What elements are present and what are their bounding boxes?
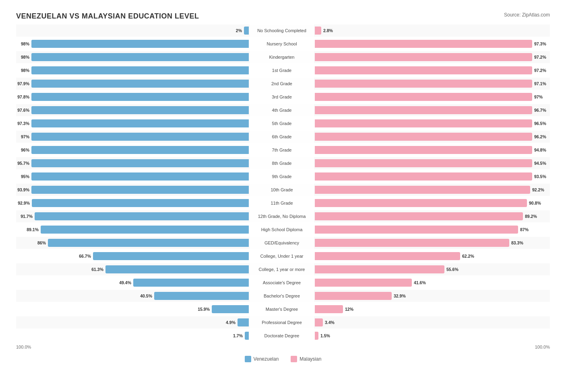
bar-row: 98%Kindergarten97.2% xyxy=(16,51,550,63)
chart-title: VENEZUELAN VS MALAYSIAN EDUCATION LEVEL xyxy=(16,12,199,21)
bar-row: 40.5%Bachelor's Degree32.9% xyxy=(16,290,550,302)
bar-row: 86%GED/Equivalency83.3% xyxy=(16,237,550,249)
bar-row: 96%7th Grade94.8% xyxy=(16,144,550,156)
bar-row: 49.4%Associate's Degree41.6% xyxy=(16,277,550,289)
chart-source: Source: ZipAtlas.com xyxy=(504,12,550,18)
axis-right: 100.0% xyxy=(535,345,550,349)
axis-labels: 100.0% 100.0% xyxy=(16,343,550,351)
bar-row: 89.1%High School Diploma87% xyxy=(16,224,550,236)
chart-container: VENEZUELAN VS MALAYSIAN EDUCATION LEVEL … xyxy=(8,8,558,370)
legend-malaysian-box xyxy=(291,356,297,362)
bar-row: 2%No Schooling Completed2.8% xyxy=(16,25,550,37)
bar-row: 97.3%5th Grade96.5% xyxy=(16,117,550,129)
legend-malaysian: Malaysian xyxy=(291,356,321,362)
bar-row: 61.3%College, 1 year or more55.6% xyxy=(16,263,550,275)
axis-left: 100.0% xyxy=(16,345,31,349)
bar-row: 97%6th Grade96.2% xyxy=(16,131,550,143)
legend-venezuelan-label: Venezuelan xyxy=(254,356,279,362)
legend-venezuelan: Venezuelan xyxy=(245,356,279,362)
bar-row: 98%Nursery School97.3% xyxy=(16,38,550,50)
bar-row: 93.9%10th Grade92.2% xyxy=(16,184,550,196)
bar-row: 95.7%8th Grade94.5% xyxy=(16,157,550,169)
bar-row: 91.7%12th Grade, No Diploma89.2% xyxy=(16,210,550,222)
chart-header: VENEZUELAN VS MALAYSIAN EDUCATION LEVEL … xyxy=(16,12,550,21)
bar-row: 4.9%Professional Degree3.4% xyxy=(16,316,550,328)
bar-row: 95%9th Grade93.5% xyxy=(16,170,550,183)
chart-area: 2%No Schooling Completed2.8%98%Nursery S… xyxy=(16,25,550,342)
bar-row: 97.6%4th Grade96.7% xyxy=(16,104,550,116)
bar-row: 92.9%11th Grade90.8% xyxy=(16,197,550,209)
bar-row: 15.9%Master's Degree12% xyxy=(16,303,550,315)
legend: Venezuelan Malaysian xyxy=(16,356,550,362)
bar-row: 66.7%College, Under 1 year62.2% xyxy=(16,250,550,262)
bar-row: 97.9%2nd Grade97.1% xyxy=(16,78,550,90)
bar-row: 97.8%3rd Grade97% xyxy=(16,91,550,103)
legend-venezuelan-box xyxy=(245,356,251,362)
bar-row: 1.7%Doctorate Degree1.5% xyxy=(16,330,550,342)
legend-malaysian-label: Malaysian xyxy=(300,356,321,362)
bar-row: 98%1st Grade97.2% xyxy=(16,64,550,76)
